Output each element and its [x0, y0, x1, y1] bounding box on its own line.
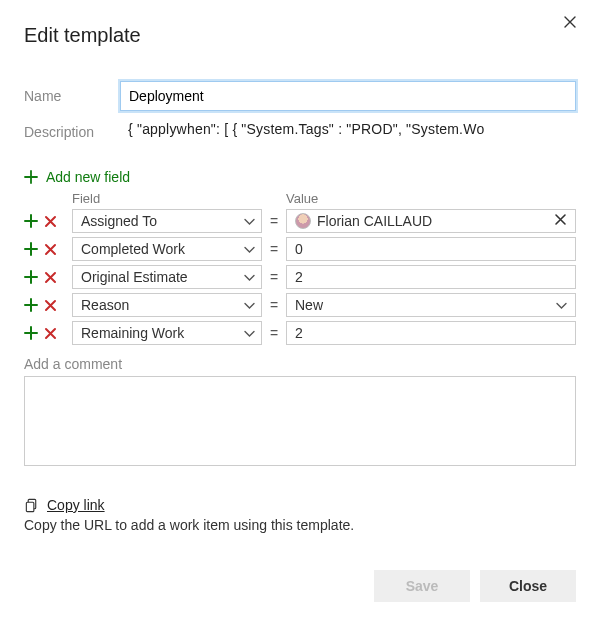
- field-select[interactable]: Remaining Work: [72, 321, 262, 345]
- copy-icon: [24, 498, 39, 513]
- dialog-title: Edit template: [24, 24, 576, 47]
- equals-sign: =: [262, 269, 286, 285]
- avatar: [295, 213, 311, 229]
- close-icon[interactable]: [562, 14, 578, 30]
- field-column-header: Field: [72, 191, 262, 206]
- remove-row-icon[interactable]: [44, 271, 57, 284]
- equals-sign: =: [262, 297, 286, 313]
- add-new-field-button[interactable]: Add new field: [24, 169, 576, 185]
- comment-label: Add a comment: [24, 356, 576, 372]
- edit-template-dialog: Edit template Name Description { "applyw…: [0, 0, 600, 533]
- field-select[interactable]: Original Estimate: [72, 265, 262, 289]
- equals-sign: =: [262, 325, 286, 341]
- value-input[interactable]: New: [286, 293, 576, 317]
- value-input[interactable]: 0: [286, 237, 576, 261]
- field-select-text: Original Estimate: [81, 269, 188, 285]
- description-input[interactable]: { "applywhen": [ { "System.Tags" : "PROD…: [120, 117, 576, 147]
- equals-sign: =: [262, 241, 286, 257]
- remove-row-icon[interactable]: [44, 215, 57, 228]
- close-button[interactable]: Close: [480, 570, 576, 602]
- clear-value-icon[interactable]: [554, 213, 567, 229]
- value-text: 2: [295, 325, 303, 341]
- field-select-text: Completed Work: [81, 241, 185, 257]
- svg-rect-1: [26, 502, 34, 511]
- copy-link-link[interactable]: Copy link: [47, 497, 105, 513]
- chevron-down-icon: [244, 272, 255, 283]
- add-row-icon[interactable]: [24, 326, 38, 340]
- description-label: Description: [24, 124, 120, 140]
- equals-sign: =: [262, 213, 286, 229]
- chevron-down-icon: [244, 216, 255, 227]
- field-select[interactable]: Completed Work: [72, 237, 262, 261]
- field-row: Remaining Work=2: [24, 320, 576, 346]
- value-text: 2: [295, 269, 303, 285]
- chevron-down-icon: [244, 300, 255, 311]
- add-row-icon[interactable]: [24, 270, 38, 284]
- remove-row-icon[interactable]: [44, 243, 57, 256]
- fields-header: Field Value: [24, 191, 576, 206]
- add-row-icon[interactable]: [24, 298, 38, 312]
- name-label: Name: [24, 88, 120, 104]
- field-row: Assigned To=Florian CAILLAUD: [24, 208, 576, 234]
- field-select-text: Reason: [81, 297, 129, 313]
- name-row: Name: [24, 81, 576, 111]
- value-text: Florian CAILLAUD: [317, 213, 432, 229]
- value-text: 0: [295, 241, 303, 257]
- chevron-down-icon: [244, 244, 255, 255]
- field-select-text: Remaining Work: [81, 325, 184, 341]
- chevron-down-icon: [556, 300, 567, 311]
- value-input[interactable]: Florian CAILLAUD: [286, 209, 576, 233]
- field-select[interactable]: Reason: [72, 293, 262, 317]
- fields-body: Assigned To=Florian CAILLAUDCompleted Wo…: [24, 208, 576, 346]
- value-column-header: Value: [286, 191, 576, 206]
- value-input[interactable]: 2: [286, 321, 576, 345]
- add-row-icon[interactable]: [24, 242, 38, 256]
- save-button[interactable]: Save: [374, 570, 470, 602]
- field-row: Original Estimate=2: [24, 264, 576, 290]
- copy-link-row: Copy link: [24, 497, 576, 513]
- name-input[interactable]: [120, 81, 576, 111]
- remove-row-icon[interactable]: [44, 327, 57, 340]
- add-new-field-label: Add new field: [46, 169, 130, 185]
- comment-textarea[interactable]: [24, 376, 576, 466]
- field-select-text: Assigned To: [81, 213, 157, 229]
- dialog-footer: Save Close: [374, 570, 576, 602]
- add-row-icon[interactable]: [24, 214, 38, 228]
- plus-icon: [24, 170, 38, 184]
- copy-link-hint: Copy the URL to add a work item using th…: [24, 517, 576, 533]
- description-row: Description { "applywhen": [ { "System.T…: [24, 117, 576, 147]
- value-input[interactable]: 2: [286, 265, 576, 289]
- field-row: Completed Work=0: [24, 236, 576, 262]
- field-row: Reason=New: [24, 292, 576, 318]
- fields-section: Add new field Field Value Assigned To=Fl…: [24, 169, 576, 346]
- remove-row-icon[interactable]: [44, 299, 57, 312]
- value-text: New: [295, 297, 323, 313]
- chevron-down-icon: [244, 328, 255, 339]
- field-select[interactable]: Assigned To: [72, 209, 262, 233]
